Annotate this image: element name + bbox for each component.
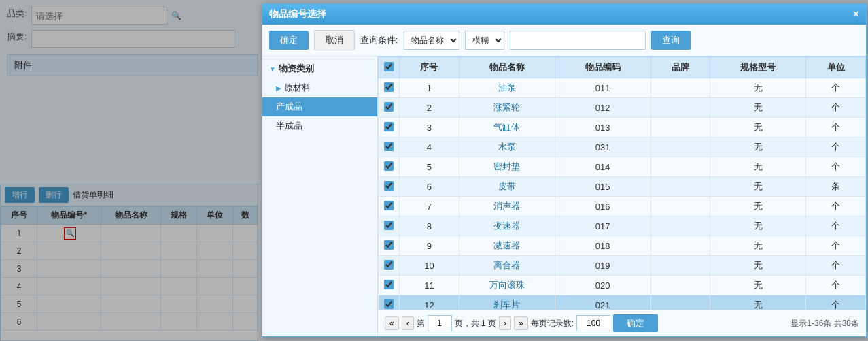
row-spec: 无 (710, 78, 806, 98)
row-seq: 4 (400, 137, 459, 157)
page-label: 第 (417, 318, 425, 329)
page-input[interactable] (428, 315, 452, 331)
row-checkbox[interactable] (384, 221, 394, 230)
row-spec: 无 (710, 98, 806, 118)
row-checkbox[interactable] (384, 161, 394, 171)
row-checkbox-cell[interactable] (379, 276, 400, 295)
row-brand (650, 177, 710, 197)
row-name: 气缸体 (459, 118, 555, 137)
row-name: 水泵 (459, 137, 555, 157)
row-unit: 个 (806, 118, 866, 137)
row-seq: 6 (400, 177, 459, 197)
search-button[interactable]: 查询 (651, 31, 691, 50)
row-checkbox[interactable] (384, 260, 394, 270)
modal-body: ▼ 物资类别 ▶ 原材料 产成品 半成品 (262, 56, 866, 336)
row-checkbox[interactable] (384, 240, 394, 250)
row-brand (650, 118, 710, 137)
table-row: 12 刹车片 021 无 个 (379, 295, 866, 310)
table-row: 7 消声器 016 无 个 (379, 197, 866, 216)
query-condition-label: 查询条件: (360, 34, 398, 46)
row-spec: 无 (710, 177, 806, 197)
row-brand (650, 216, 710, 236)
row-code: 019 (555, 256, 650, 276)
row-spec: 无 (710, 295, 806, 310)
row-checkbox[interactable] (384, 299, 394, 309)
row-spec: 无 (710, 236, 806, 256)
tree-item-label: 原材料 (284, 82, 311, 94)
row-spec: 无 (710, 216, 806, 236)
row-brand (650, 78, 710, 98)
row-checkbox-cell[interactable] (379, 157, 400, 177)
row-checkbox-cell[interactable] (379, 98, 400, 118)
mode-select[interactable]: 模糊 精确 (465, 31, 504, 50)
row-checkbox-cell[interactable] (379, 256, 400, 276)
field-select[interactable]: 物品名称 物品编码 品牌 规格型号 (404, 31, 459, 50)
row-seq: 2 (400, 98, 459, 118)
select-all-checkbox[interactable] (384, 62, 394, 71)
row-checkbox[interactable] (384, 201, 394, 210)
row-seq: 9 (400, 236, 459, 256)
row-code: 011 (555, 78, 650, 98)
row-unit: 条 (806, 177, 866, 197)
row-code: 013 (555, 118, 650, 137)
row-code: 020 (555, 276, 650, 295)
row-name: 万向滚珠 (459, 276, 555, 295)
row-name: 涨紧轮 (459, 98, 555, 118)
row-code: 018 (555, 236, 650, 256)
row-spec: 无 (710, 197, 806, 216)
row-unit: 个 (806, 197, 866, 216)
row-checkbox[interactable] (384, 122, 394, 131)
modal-cancel-button[interactable]: 取消 (314, 30, 355, 50)
row-checkbox-cell[interactable] (379, 137, 400, 157)
footer-status: 显示1-36条 共38条 (791, 318, 859, 329)
col-select-all[interactable] (379, 57, 400, 78)
next-page-button[interactable]: › (499, 316, 511, 330)
row-seq: 7 (400, 197, 459, 216)
row-name: 皮带 (459, 177, 555, 197)
pagination: « ‹ 第 页，共 1 页 › » 每页记录数: 确定 (385, 314, 658, 332)
row-brand (650, 276, 710, 295)
page-info: 页，共 1 页 (455, 318, 496, 329)
row-checkbox[interactable] (384, 142, 394, 151)
row-checkbox-cell[interactable] (379, 197, 400, 216)
row-checkbox-cell[interactable] (379, 216, 400, 236)
row-name: 离合器 (459, 256, 555, 276)
first-page-button[interactable]: « (385, 316, 399, 330)
row-spec: 无 (710, 137, 806, 157)
row-name: 减速器 (459, 236, 555, 256)
row-checkbox-cell[interactable] (379, 118, 400, 137)
footer-confirm-button[interactable]: 确定 (613, 314, 658, 332)
per-page-label: 每页记录数: (531, 318, 574, 329)
row-brand (650, 157, 710, 177)
row-checkbox[interactable] (384, 102, 394, 112)
row-code: 014 (555, 157, 650, 177)
tree-item-finished-product[interactable]: 产成品 (262, 97, 377, 116)
tree-item-semi-product[interactable]: 半成品 (262, 116, 377, 135)
modal-confirm-button[interactable]: 确定 (269, 31, 309, 50)
row-checkbox[interactable] (384, 181, 394, 191)
col-spec: 规格型号 (710, 57, 806, 78)
tree-item-root[interactable]: ▼ 物资类别 (262, 59, 377, 78)
per-page-input[interactable] (576, 315, 610, 331)
row-code: 031 (555, 137, 650, 157)
tree-item-raw-material[interactable]: ▶ 原材料 (262, 78, 377, 97)
tree-item-label: 半成品 (276, 120, 302, 132)
row-checkbox-cell[interactable] (379, 78, 400, 98)
search-input[interactable] (510, 31, 646, 50)
row-checkbox-cell[interactable] (379, 236, 400, 256)
row-checkbox[interactable] (384, 280, 394, 289)
items-table-wrap[interactable]: 序号 物品名称 物品编码 品牌 规格型号 单位 1 油泵 011 (378, 56, 866, 310)
row-checkbox[interactable] (384, 82, 394, 92)
row-brand (650, 197, 710, 216)
row-seq: 10 (400, 256, 459, 276)
prev-page-button[interactable]: ‹ (402, 316, 414, 330)
last-page-button[interactable]: » (514, 316, 528, 330)
row-code: 012 (555, 98, 650, 118)
modal-close-button[interactable]: × (853, 8, 859, 20)
row-seq: 11 (400, 276, 459, 295)
row-checkbox-cell[interactable] (379, 177, 400, 197)
row-checkbox-cell[interactable] (379, 295, 400, 310)
row-name: 刹车片 (459, 295, 555, 310)
row-spec: 无 (710, 118, 806, 137)
row-code: 016 (555, 197, 650, 216)
